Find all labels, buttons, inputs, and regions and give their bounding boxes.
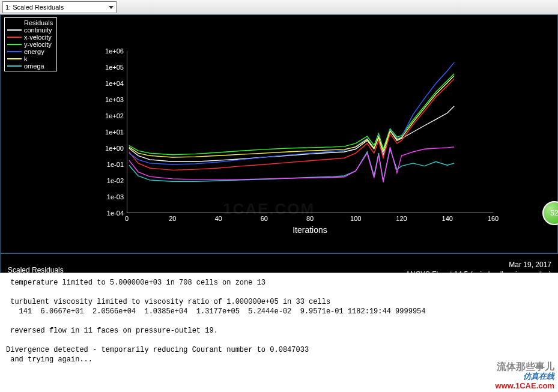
legend-swatch (7, 29, 22, 31)
legend-item: k (7, 55, 53, 62)
app-window: 1: Scaled Residuals Residuals continuity… (0, 0, 558, 392)
series-k (129, 76, 454, 157)
legend-item: continuity (7, 26, 53, 34)
y-tick-label: 1e+05 (94, 64, 124, 71)
info-date: Mar 19, 2017 (405, 260, 551, 270)
legend-item: x-velocity (7, 34, 53, 41)
y-tick-label: 1e-01 (94, 161, 124, 168)
legend-label: energy (24, 48, 44, 55)
plot-area: Residuals continuityx-velocityy-velocity… (0, 14, 558, 273)
x-tick-label: 20 (169, 215, 176, 222)
legend-item: omega (7, 62, 53, 70)
x-tick-label: 140 (442, 215, 453, 222)
x-tick-label: 160 (488, 215, 499, 222)
y-tick-label: 1e+00 (94, 145, 124, 152)
x-tick-label: 40 (214, 215, 222, 222)
y-tick-label: 1e-03 (94, 193, 124, 201)
toolbar: 1: Scaled Residuals (0, 0, 558, 15)
legend-label: omega (24, 62, 44, 70)
chart: 1e-041e-031e-021e-011e+001e+011e+021e+03… (127, 51, 493, 213)
legend-label: y-velocity (24, 41, 52, 48)
legend-swatch (7, 44, 22, 45)
view-dropdown-label: 1: Scaled Residuals (5, 4, 64, 11)
legend-swatch (7, 51, 22, 52)
legend-swatch (7, 65, 22, 67)
y-tick-label: 1e-02 (94, 177, 124, 184)
legend-swatch (7, 58, 22, 59)
y-tick-label: 1e+04 (94, 80, 124, 87)
chart-svg (127, 51, 493, 213)
x-tick-label: 120 (396, 215, 407, 222)
legend-item: energy (7, 48, 53, 55)
x-axis-label: Iterations (293, 225, 327, 235)
chevron-down-icon (109, 6, 114, 9)
series-energy (129, 62, 454, 164)
legend-label: x-velocity (24, 34, 52, 41)
series-x-velocity (129, 79, 454, 170)
legend-item: y-velocity (7, 41, 53, 48)
series-omega (129, 149, 454, 181)
legend-label: continuity (24, 26, 52, 34)
series-y-velocity (129, 74, 454, 155)
legend: Residuals continuityx-velocityy-velocity… (4, 17, 57, 71)
view-dropdown[interactable]: 1: Scaled Residuals (2, 1, 117, 13)
y-tick-label: 1e+03 (94, 96, 124, 103)
legend-swatch (7, 37, 22, 38)
x-tick-label: 0 (125, 215, 129, 222)
legend-label: k (24, 55, 28, 62)
series-continuity (129, 106, 454, 162)
y-tick-label: 1e+02 (94, 112, 124, 119)
x-tick-label: 100 (350, 215, 361, 222)
x-tick-label: 60 (261, 215, 268, 222)
legend-title: Residuals (24, 19, 53, 26)
y-tick-label: 1e-04 (94, 210, 124, 217)
y-tick-label: 1e+01 (94, 128, 124, 136)
x-tick-label: 80 (306, 215, 314, 222)
y-tick-label: 1e+06 (94, 47, 124, 55)
console-output: temperature limited to 5.000000e+03 in 7… (0, 273, 558, 392)
